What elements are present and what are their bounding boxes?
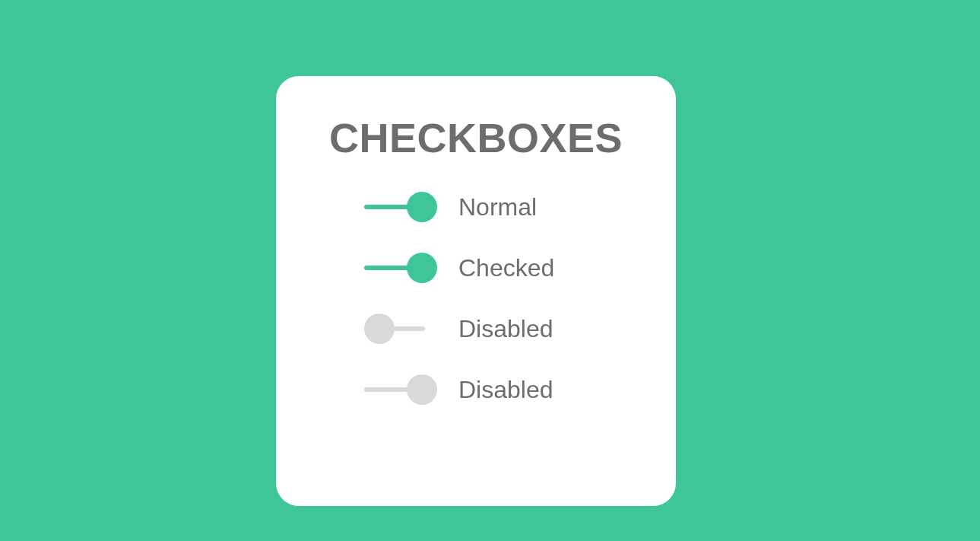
toggle-label-disabled-off: Disabled	[458, 315, 553, 343]
toggle-label-normal: Normal	[458, 193, 537, 221]
toggle-row-checked: Checked	[364, 253, 639, 283]
toggle-disabled-on	[364, 374, 437, 405]
toggle-row-disabled-off: Disabled	[364, 313, 639, 344]
toggle-label-disabled-on: Disabled	[458, 376, 553, 404]
toggle-knob	[407, 253, 437, 283]
card-title: CHECKBOXES	[312, 114, 639, 161]
toggle-knob	[407, 374, 437, 405]
toggle-knob	[364, 313, 395, 344]
toggle-row-disabled-on: Disabled	[364, 374, 639, 405]
toggle-normal[interactable]	[364, 192, 437, 222]
app-background: CHECKBOXES Normal Checked	[0, 0, 980, 541]
toggle-knob	[407, 192, 437, 222]
toggle-row-normal: Normal	[364, 192, 639, 222]
toggle-checked[interactable]	[364, 253, 437, 283]
checkbox-demo-card: CHECKBOXES Normal Checked	[276, 76, 676, 506]
toggle-disabled-off	[364, 313, 437, 344]
toggle-label-checked: Checked	[458, 254, 554, 282]
toggle-list: Normal Checked Disabled	[312, 192, 639, 405]
